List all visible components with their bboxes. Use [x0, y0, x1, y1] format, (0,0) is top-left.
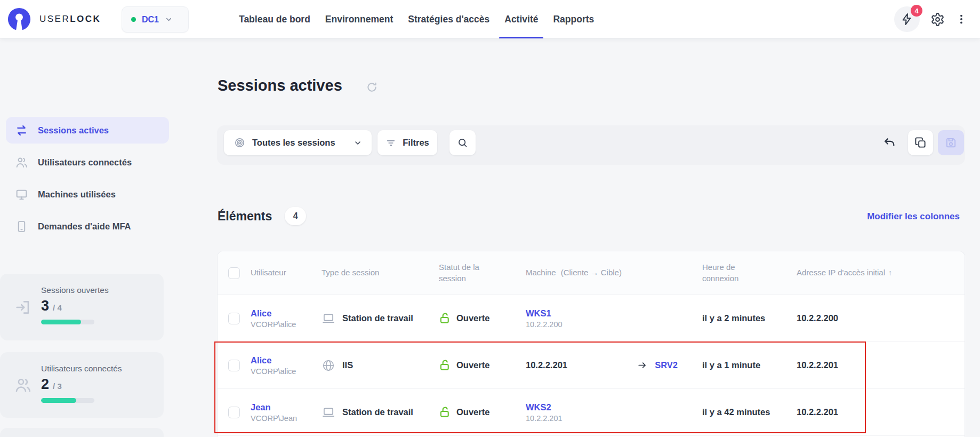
client-machine-link[interactable]: 10.2.2.201: [526, 360, 567, 370]
user-link[interactable]: Alice: [251, 308, 271, 319]
table-row[interactable]: Alice VCORP\alice IIS Ouverte 10.2.2.201: [218, 342, 965, 389]
stat-label: Sessions ouvertes: [41, 285, 164, 295]
stat-value: 2: [41, 376, 49, 393]
target-machine-link[interactable]: SRV2: [655, 360, 678, 370]
page-title: Sessions actives: [218, 77, 342, 94]
user-account: VCORP\alice: [251, 367, 296, 376]
client-machine-link[interactable]: WKS1: [526, 308, 551, 319]
col-header-heure[interactable]: Heure de connexion: [702, 262, 797, 284]
row-checkbox[interactable]: [228, 407, 240, 418]
col-header-type-session[interactable]: Type de session: [322, 267, 439, 278]
brand-name: USERLOCK: [39, 14, 101, 25]
more-menu-button[interactable]: [955, 13, 967, 26]
nav-strategies-acces[interactable]: Stratégies d'accès: [401, 0, 496, 38]
laptop-icon: [322, 312, 335, 325]
target-icon: [234, 137, 246, 149]
refresh-icon: [366, 81, 378, 93]
connection-time: il y a 42 minutes: [702, 407, 770, 417]
kebab-menu-icon: [955, 13, 967, 26]
undo-icon: [883, 136, 896, 149]
lock-open-icon: [439, 359, 451, 371]
row-checkbox[interactable]: [228, 360, 240, 371]
connection-time: il y a 2 minutes: [702, 313, 765, 323]
duplicate-button[interactable]: [908, 130, 933, 155]
session-type-label: IIS: [342, 360, 353, 370]
modify-columns-link[interactable]: Modifier les colonnes: [867, 211, 960, 222]
session-status-label: Ouverte: [456, 360, 489, 370]
save-icon: [945, 137, 957, 149]
initial-access-ip: 10.2.2.201: [797, 407, 838, 417]
session-status-label: Ouverte: [456, 313, 489, 323]
sidebar-item-demandes-aide-mfa[interactable]: Demandes d'aide MFA: [6, 213, 169, 240]
filters-button[interactable]: Filtres: [377, 130, 437, 155]
user-account: VCORP\Jean: [251, 414, 297, 423]
settings-button[interactable]: [930, 12, 945, 27]
progress-fill: [41, 398, 76, 403]
stat-label: Utilisateurs connectés: [41, 364, 164, 374]
nav-environnement[interactable]: Environnement: [319, 0, 399, 38]
alerts-button[interactable]: 4: [894, 6, 920, 32]
sidebar-item-sessions-actives[interactable]: Sessions actives: [6, 117, 169, 144]
row-checkbox[interactable]: [228, 313, 240, 324]
undo-button[interactable]: [883, 136, 896, 149]
arrow-right-icon: [637, 360, 647, 370]
col-header-adresse-ip[interactable]: Adresse IP d'accès initial ↑: [797, 267, 965, 278]
sidebar-item-utilisateurs-connectes[interactable]: Utilisateurs connectés: [6, 149, 169, 176]
users-icon: [14, 376, 32, 394]
server-selector[interactable]: DC1: [122, 6, 189, 33]
progress-track: [41, 320, 94, 324]
copy-icon: [914, 137, 927, 149]
select-all-checkbox[interactable]: [228, 267, 240, 279]
progress-track: [41, 398, 94, 403]
phone-icon: [15, 220, 28, 233]
globe-icon: [322, 359, 335, 372]
filter-bar: Toutes les sessions Filtres: [217, 125, 965, 165]
col-header-statut[interactable]: Statut de la session: [439, 262, 526, 284]
search-button[interactable]: [449, 130, 476, 155]
session-status-label: Ouverte: [456, 407, 489, 417]
connection-time: il y a 1 minute: [702, 360, 760, 370]
table-row[interactable]: Jean VCORP\Jean Station de travail Ouver…: [218, 389, 965, 436]
monitor-icon: [15, 188, 28, 201]
col-header-utilisateur[interactable]: Utilisateur: [251, 267, 322, 278]
refresh-button[interactable]: [366, 81, 378, 93]
sessions-table: Utilisateur Type de session Statut de la…: [217, 251, 965, 437]
chevron-down-icon: [165, 15, 173, 23]
save-button[interactable]: [938, 130, 964, 155]
session-type-label: Station de travail: [342, 313, 413, 323]
lightning-icon: [901, 13, 913, 26]
table-row[interactable]: Alice VCORP\alice Station de travail Ouv…: [218, 295, 965, 342]
lock-open-icon: [439, 312, 451, 324]
nav-rapports[interactable]: Rapports: [547, 0, 600, 38]
user-account: VCORP\alice: [251, 320, 296, 329]
stat-total: / 3: [53, 382, 62, 391]
topbar-actions: 4: [894, 0, 967, 38]
filters-button-label: Filtres: [403, 138, 429, 148]
elements-label: Éléments: [218, 209, 272, 224]
userlock-logo-icon: [7, 7, 31, 31]
elements-count-badge: 4: [285, 207, 306, 225]
col-header-machine[interactable]: Machine (Cliente → Cible): [526, 267, 702, 278]
view-selector[interactable]: Toutes les sessions: [224, 130, 372, 155]
swap-icon: [15, 124, 28, 137]
server-name: DC1: [142, 15, 159, 25]
chevron-down-icon: [354, 139, 362, 147]
sidebar-item-label: Sessions actives: [38, 125, 109, 136]
initial-access-ip: 10.2.2.201: [797, 360, 838, 370]
nav-tableau-de-bord[interactable]: Tableau de bord: [232, 0, 317, 38]
laptop-icon: [322, 406, 335, 419]
client-machine-link[interactable]: WKS2: [526, 402, 551, 412]
user-link[interactable]: Alice: [251, 355, 271, 366]
nav-activite[interactable]: Activité: [498, 0, 544, 38]
stat-value: 3: [41, 298, 49, 314]
lock-open-icon: [439, 406, 451, 418]
sidebar-item-label: Machines utilisées: [38, 189, 116, 200]
search-icon: [457, 137, 468, 148]
sidebar-item-machines-utilisees[interactable]: Machines utilisées: [6, 181, 169, 208]
sidebar-item-label: Demandes d'aide MFA: [38, 221, 131, 232]
elements-header: Éléments 4: [218, 207, 306, 225]
main-nav: Tableau de bord Environnement Stratégies…: [232, 0, 600, 38]
brand[interactable]: USERLOCK: [7, 0, 101, 38]
user-link[interactable]: Jean: [251, 402, 271, 412]
client-machine-ip: 10.2.2.201: [526, 414, 563, 423]
